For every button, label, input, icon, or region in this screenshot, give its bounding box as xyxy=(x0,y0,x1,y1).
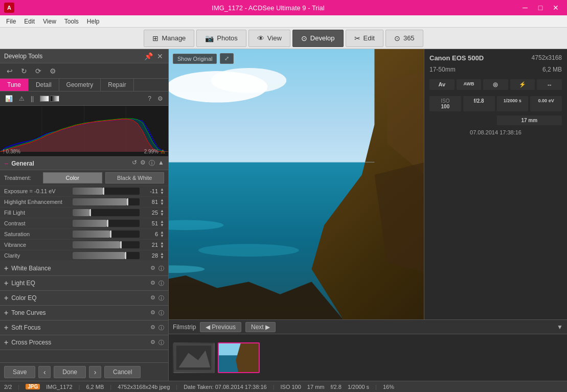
develop-button[interactable]: ⊙ Develop xyxy=(292,30,344,47)
white-balance-section: + White Balance ⚙ ⓘ xyxy=(0,261,168,276)
highlight-arrows[interactable]: ▲▼ xyxy=(160,198,164,205)
ceq-info-icon[interactable]: ⓘ xyxy=(158,294,164,302)
tab-geometry[interactable]: Geometry xyxy=(59,79,101,91)
svg-point-6 xyxy=(211,68,287,93)
cp-info-icon[interactable]: ⓘ xyxy=(158,339,164,347)
menu-tools[interactable]: Tools xyxy=(60,17,83,26)
white-balance-header[interactable]: + White Balance ⚙ ⓘ xyxy=(0,261,168,275)
section-refresh-icon[interactable]: ↺ xyxy=(132,159,137,168)
clarity-slider[interactable] xyxy=(73,252,140,259)
exposure-arrows[interactable]: ▲▼ xyxy=(160,188,164,195)
leq-icons: ⚙ ⓘ xyxy=(150,280,164,287)
tab-repair[interactable]: Repair xyxy=(101,79,133,91)
filmstrip-content xyxy=(169,334,567,381)
save-button[interactable]: Save xyxy=(4,366,35,378)
edit-button[interactable]: ✂ Edit xyxy=(346,30,383,47)
tone-curves-header[interactable]: + Tone Curves ⚙ ⓘ xyxy=(0,306,168,320)
wb-gear-icon[interactable]: ⚙ xyxy=(150,265,155,272)
filmstrip-expand-button[interactable]: ▼ xyxy=(557,324,563,331)
menu-help[interactable]: Help xyxy=(83,17,104,26)
vibrance-arrows[interactable]: ▲▼ xyxy=(160,241,164,248)
format-badge: JPG xyxy=(26,384,40,389)
panel-title: Develop Tools xyxy=(4,53,42,60)
manage-button[interactable]: ⊞ Manage xyxy=(144,30,194,47)
tc-info-icon[interactable]: ⓘ xyxy=(158,309,164,317)
settings-icon[interactable]: ⚙ xyxy=(47,65,59,77)
next-button[interactable]: Next ▶ xyxy=(245,322,276,332)
panel-controls: 📌 ✕ xyxy=(143,51,164,61)
filllight-arrows[interactable]: ▲▼ xyxy=(160,209,164,216)
soft-focus-header[interactable]: + Soft Focus ⚙ ⓘ xyxy=(0,320,168,335)
maximize-button[interactable]: □ xyxy=(533,3,548,13)
exposure-slider[interactable] xyxy=(73,188,140,195)
clarity-arrows[interactable]: ▲▼ xyxy=(160,252,164,259)
camera-model-row: Canon EOS 500D 4752x3168 xyxy=(429,54,562,62)
sub-toolbar: 📊 ⚠ || ? ⚙ xyxy=(0,91,168,106)
done-button[interactable]: Done xyxy=(54,366,86,378)
thumbnail-2[interactable] xyxy=(218,342,260,373)
section-gear-icon[interactable]: ⚙ xyxy=(140,159,146,168)
exif-aperture: f/2.8 xyxy=(463,96,495,111)
leq-info-icon[interactable]: ⓘ xyxy=(158,280,164,287)
leq-gear-icon[interactable]: ⚙ xyxy=(150,280,155,287)
refresh-button[interactable]: ⟳ xyxy=(33,65,44,77)
ceq-icons: ⚙ ⓘ xyxy=(150,294,164,302)
alert-icon[interactable]: ⚠ xyxy=(17,94,27,103)
channels-icon[interactable]: || xyxy=(29,94,36,103)
photos-icon: 📷 xyxy=(205,34,214,42)
main-toolbar: ⊞ Manage 📷 Photos 👁 View ⊙ Develop ✂ Edi… xyxy=(0,28,567,49)
light-eq-section: + Light EQ ⚙ ⓘ xyxy=(0,276,168,291)
next-arrow-button[interactable]: › xyxy=(89,366,101,378)
sf-info-icon[interactable]: ⓘ xyxy=(158,324,164,332)
filllight-label: Fill Light xyxy=(4,210,71,216)
histogram-icon[interactable]: 📊 xyxy=(3,94,15,103)
panel-close-button[interactable]: ✕ xyxy=(156,51,164,61)
bw-treatment-button[interactable]: Black & White xyxy=(105,172,165,183)
cross-process-header[interactable]: + Cross Process ⚙ ⓘ xyxy=(0,335,168,350)
highlight-slider[interactable] xyxy=(73,198,140,205)
undo-button[interactable]: ↩ xyxy=(4,65,15,77)
general-section-header[interactable]: − General ↺ ⚙ ⓘ ▲ xyxy=(0,157,168,170)
cancel-button[interactable]: Cancel xyxy=(104,366,141,378)
adjust-panel: − General ↺ ⚙ ⓘ ▲ Treatment: Color Black… xyxy=(0,157,168,362)
show-original-button[interactable]: Show Original xyxy=(173,54,217,64)
menu-file[interactable]: File xyxy=(2,17,20,26)
contrast-arrows[interactable]: ▲▼ xyxy=(160,220,164,227)
tc-gear-icon[interactable]: ⚙ xyxy=(150,309,155,317)
tab-detail[interactable]: Detail xyxy=(29,79,59,91)
filllight-slider[interactable] xyxy=(73,209,140,216)
view-button[interactable]: 👁 View xyxy=(248,30,290,47)
close-button[interactable]: ✕ xyxy=(549,3,563,13)
tone-curves-section: + Tone Curves ⚙ ⓘ xyxy=(0,306,168,320)
cp-gear-icon[interactable]: ⚙ xyxy=(150,339,155,347)
tab-tune[interactable]: Tune xyxy=(0,79,29,91)
365-label: 365 xyxy=(403,34,415,42)
exif-grid-2: ISO 100 f/2.8 1/2000 s 0.00 eV xyxy=(429,96,562,111)
rgb-icon[interactable] xyxy=(38,95,61,103)
panel-settings-icon[interactable]: ⚙ xyxy=(155,94,165,103)
vibrance-slider[interactable] xyxy=(73,241,140,248)
help-icon[interactable]: ? xyxy=(146,94,153,103)
panel-pin-button[interactable]: 📌 xyxy=(143,51,154,61)
color-eq-header[interactable]: + Color EQ ⚙ ⓘ xyxy=(0,291,168,305)
thumbnail-1[interactable] xyxy=(173,342,215,373)
photos-button[interactable]: 📷 Photos xyxy=(196,30,246,47)
wb-info-icon[interactable]: ⓘ xyxy=(158,265,164,272)
light-eq-header[interactable]: + Light EQ ⚙ ⓘ xyxy=(0,276,168,290)
prev-arrow-button[interactable]: ‹ xyxy=(38,366,51,378)
clarity-value: 28 xyxy=(142,252,158,259)
menu-edit[interactable]: Edit xyxy=(20,17,39,26)
ceq-gear-icon[interactable]: ⚙ xyxy=(150,294,155,302)
sf-gear-icon[interactable]: ⚙ xyxy=(150,324,155,332)
menu-view[interactable]: View xyxy=(39,17,60,26)
color-treatment-button[interactable]: Color xyxy=(43,172,102,183)
contrast-slider[interactable] xyxy=(73,220,140,227)
fullscreen-button[interactable]: ⤢ xyxy=(220,53,234,64)
section-info-icon[interactable]: ⓘ xyxy=(149,159,155,168)
saturation-slider[interactable] xyxy=(73,230,140,238)
minimize-button[interactable]: ─ xyxy=(518,3,532,13)
section-toggle-icon[interactable]: ▲ xyxy=(158,159,164,168)
previous-button[interactable]: ◀ Previous xyxy=(200,322,241,332)
saturation-arrows[interactable]: ▲▼ xyxy=(160,230,164,238)
365-button[interactable]: ⊙ 365 xyxy=(385,30,423,47)
